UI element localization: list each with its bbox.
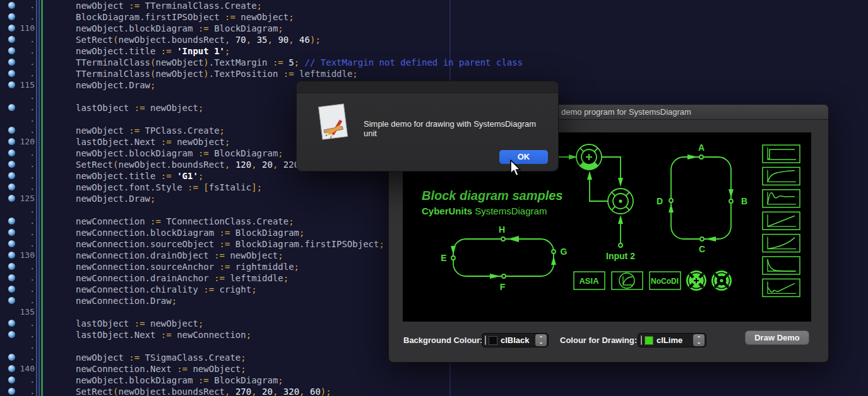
svg-text:G: G [561, 247, 568, 257]
line-number: . [4, 295, 35, 306]
dropdown-edge [641, 335, 642, 345]
drawing-colour-dropdown[interactable]: clLime ⌃⌄ [638, 333, 706, 347]
arrow-down-icon [618, 178, 623, 187]
line-number: . [4, 329, 35, 341]
line-number: . [4, 204, 35, 216]
line-number: . [4, 318, 35, 329]
line-number: 110 [4, 23, 35, 34]
message-dialog[interactable]: Simple demo for drawing with SystemsDiag… [296, 81, 559, 172]
response-thumbnails [763, 145, 800, 296]
drawing-colour-label: Colour for Drawing: [560, 335, 637, 345]
svg-text:Input 2: Input 2 [606, 251, 635, 261]
step-response-thumbnail [763, 145, 800, 163]
line-number: . [4, 114, 35, 125]
sigma-element [554, 144, 602, 170]
stepper-icon[interactable]: ⌃⌄ [693, 334, 705, 346]
input2-terminal: Input 2 [606, 215, 635, 261]
code-line: .newObject.title := 'Input 1'; [0, 45, 868, 57]
line-number: . [4, 34, 35, 45]
arrow-up-icon [551, 256, 556, 265]
code-line: 140newConnection.Next := newObject; [0, 363, 868, 375]
line-number: . [4, 11, 35, 23]
arrow-left-icon [705, 236, 716, 242]
line-number: . [4, 68, 35, 79]
svg-text:B: B [741, 196, 747, 206]
linear-ramp-thumbnail [763, 212, 800, 230]
svg-text:ASIA: ASIA [579, 276, 599, 286]
chart-circle-icon [612, 272, 643, 289]
exponential-growth-thumbnail [763, 235, 800, 252]
black-colour-swatch [489, 336, 497, 345]
svg-text:NoCoDI: NoCoDI [651, 277, 679, 286]
svg-text:A: A [698, 143, 705, 153]
svg-text:F: F [500, 282, 506, 292]
line-number: . [4, 148, 35, 159]
arrow-down-icon [728, 189, 734, 198]
sigma-filled-icon [686, 271, 706, 291]
arrow-up-icon [618, 215, 623, 224]
line-number: 140 [4, 363, 35, 375]
svg-text:D: D [657, 196, 663, 206]
line-number: . [4, 125, 35, 136]
svg-text:C: C [699, 244, 705, 254]
svg-text:E: E [441, 253, 446, 263]
dip-and-rise-thumbnail [763, 279, 800, 296]
code-line: .newObject := TTerminalClass.Create; [0, 0, 868, 11]
sample-row: ASIA NoCoDI [574, 271, 732, 291]
background-colour-dropdown[interactable]: clBlack ⌃⌄ [482, 333, 549, 347]
canvas-heading: Block diagram samples [422, 189, 562, 202]
mouse-cursor-icon [508, 159, 523, 180]
line-number: . [4, 216, 35, 227]
line-number: . [4, 91, 35, 102]
line-number: 120 [4, 136, 35, 148]
background-colour-value: clBlack [501, 335, 532, 345]
line-number: . [4, 284, 35, 295]
svg-text:H: H [499, 224, 505, 235]
line-number: . [4, 352, 35, 363]
line-number: 115 [4, 79, 35, 91]
arrow-right-icon [490, 274, 501, 279]
line-number: . [4, 102, 35, 114]
ok-button[interactable]: OK [499, 150, 548, 164]
pi-filled-icon [711, 271, 732, 291]
line-number: . [4, 57, 35, 68]
lime-colour-swatch [645, 336, 653, 345]
arrow-down-icon [451, 246, 456, 255]
code-line: .SetRect(newObject.boundsRect, 270, 20, … [0, 386, 868, 396]
line-number: 130 [4, 250, 35, 261]
line-number: . [4, 386, 35, 396]
arrow-right-icon [687, 154, 698, 160]
code-line: .BlockDiagram.firstIPSObject := newObjec… [0, 11, 868, 23]
dropdown-edge [485, 335, 486, 345]
line-number: . [4, 272, 35, 284]
line-number: . [4, 375, 35, 386]
line-number: . [4, 45, 35, 57]
exponential-decay-thumbnail [763, 257, 800, 274]
canvas-subheading: CyberUnits SystemsDiagram [422, 206, 547, 216]
line-number: 125 [4, 193, 35, 204]
line-number: . [4, 170, 35, 182]
dialog-message: Simple demo for drawing with SystemsDiag… [364, 119, 547, 138]
line-number: . [4, 341, 35, 352]
dialog-titlebar[interactable] [297, 81, 558, 93]
line-number: . [4, 261, 35, 272]
background-colour-label: Background Colour: [403, 335, 483, 345]
line-number: . [4, 0, 35, 11]
stepper-icon[interactable]: ⌃⌄ [535, 334, 547, 346]
code-line: .newObject.blockDiagram := BlockDiagram; [0, 375, 868, 386]
app-document-icon [316, 103, 351, 147]
line-number: 135 [4, 306, 35, 318]
code-line: .TTerminalClass(newObject).TextPosition … [0, 68, 868, 79]
arrow-up-icon [669, 204, 674, 213]
code-line: 110newObject.blockDiagram := BlockDiagra… [0, 23, 868, 34]
logarithmic-response-thumbnail [763, 167, 800, 185]
code-line: .SetRect(newObject.boundsRect, 70, 35, 9… [0, 34, 868, 45]
line-number: . [4, 238, 35, 250]
arrow-left-icon [508, 236, 519, 242]
line-number: . [4, 182, 35, 193]
arrow-up-icon [587, 171, 592, 180]
loop-efgh: H E G F [441, 224, 567, 292]
drawing-colour-value: clLime [657, 335, 689, 345]
code-line: .TTerminalClass(newObject).TextMargin :=… [0, 57, 868, 68]
draw-demo-button[interactable]: Draw Demo [745, 330, 809, 345]
